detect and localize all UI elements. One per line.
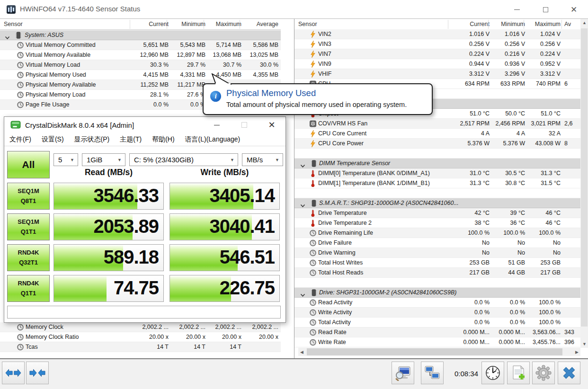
sensor-row[interactable]: Virtual Memory Available12,960 MB12,897 … [0, 50, 281, 60]
horizontal-scrollbar[interactable]: ◀ ▶ [298, 348, 580, 356]
minimize-button[interactable] [508, 4, 526, 15]
remote-sensors-button[interactable] [421, 362, 444, 384]
sensor-row[interactable]: CPU Core Power5.376 W5.376 W43.008 W8 [294, 139, 580, 149]
column-header-average-partial[interactable]: Average [564, 21, 571, 27]
cdm-maximize-button[interactable] [236, 120, 252, 130]
vertical-scroll-thumb[interactable] [581, 28, 588, 327]
column-header-maximum[interactable]: Maximum [526, 21, 561, 27]
sensor-row[interactable]: Drive FailureNoNoNo [294, 238, 580, 248]
chevron-expand-icon[interactable] [300, 291, 305, 294]
sensor-row[interactable]: Total Host Writes253 GB51 GB253 GB [294, 258, 580, 268]
sensor-row[interactable]: Memory Clock2,002.2 ...2,002.2 ...2,002.… [0, 322, 281, 332]
column-header-average[interactable]: Average [242, 21, 278, 27]
sensor-row[interactable]: Memory Clock Ratio20.00 x20.00 x20.00 x2… [0, 332, 281, 342]
sensor-label: DIMM[0] Temperature (BANK 0/DIMM_A1) [318, 170, 430, 177]
expand-columns-button[interactable] [2, 362, 25, 384]
column-header-sensor[interactable]: Sensor [4, 21, 23, 27]
settings-button[interactable] [532, 362, 555, 384]
sensor-row[interactable]: Write Rate0.000 M...0.000 M...3,455.76..… [294, 337, 580, 347]
sensor-row[interactable]: DIMM[1] Temperature (BANK 1/DIMM_B1)31.3… [294, 178, 580, 188]
sensor-row[interactable]: Read Activity0.0 %0.0 %100.0 % [294, 298, 580, 308]
sensor-row[interactable]: Virtual Memory Load30.3 %29.7 %30.7 %30.… [0, 60, 281, 70]
cdm-test-size-select[interactable]: 1GiB▼ [82, 153, 125, 166]
tooltip-description: Total amount of physical memory used in … [226, 101, 407, 108]
sensor-row[interactable]: Virtual Memory Committed5,651 MB5,543 MB… [0, 40, 281, 50]
cdm-test-button-seq1m-q8t1[interactable]: SEQ1MQ8T1 [7, 183, 50, 210]
sensor-row[interactable]: Drive WarningNoNoNo [294, 248, 580, 258]
collapse-columns-button[interactable] [26, 362, 49, 384]
sensor-group-row[interactable]: Drive: SHGP31-1000GM-2 (AS0CN42841060CS9… [294, 288, 580, 298]
sensor-row[interactable]: DIMM[0] Temperature (BANK 0/DIMM_A1)31.0… [294, 168, 580, 178]
cdm-menu-item[interactable]: 帮助(H) [147, 134, 179, 146]
bolt-icon [310, 31, 316, 38]
sensor-row[interactable]: VHIF3.312 V3.296 V3.312 V [294, 69, 580, 79]
scroll-up-icon[interactable]: ▲ [582, 20, 587, 25]
cdm-minimize-button[interactable] [209, 120, 225, 130]
gear-icon [535, 365, 552, 381]
report-button[interactable] [507, 362, 530, 384]
column-header-sensor[interactable]: Sensor [298, 21, 317, 27]
sensor-row[interactable]: Physical Memory Used4,415 MB4,331 MB4,45… [0, 70, 281, 80]
sensor-value-current: 217 GB [451, 269, 490, 276]
sensor-row[interactable]: VIN30.256 V0.256 V0.256 V [294, 39, 580, 49]
chevron-expand-icon[interactable] [300, 201, 305, 205]
sensor-group-row[interactable]: DIMM Temperature Sensor [294, 159, 580, 168]
close-sensors-button[interactable] [558, 362, 580, 384]
chevron-expand-icon[interactable] [5, 33, 10, 37]
sensor-row[interactable]: VIN90.944 V0.936 V0.952 V [294, 59, 580, 69]
scroll-right-icon[interactable]: ▶ [575, 350, 579, 354]
column-header-minimum[interactable]: Minimum [169, 21, 205, 27]
sensor-spacer-row [294, 278, 580, 288]
cdm-close-button[interactable]: ✕ [264, 120, 280, 130]
gauge-icon [310, 230, 316, 237]
sensor-row[interactable]: Write Activity0.0 %0.0 %100.0 % [294, 308, 580, 318]
cdm-test-button-rnd4k-q32t1[interactable]: RND4KQ32T1 [7, 244, 50, 271]
scroll-left-icon[interactable]: ◀ [300, 350, 303, 354]
sensor-row[interactable]: Total Host Reads217 GB44 GB217 GB [294, 268, 580, 278]
cdm-menu-item[interactable]: 设置(S) [36, 134, 69, 146]
sensor-row[interactable]: Drive Remaining Life100.0 %100.0 %100.0 … [294, 228, 580, 238]
sensor-row[interactable]: VIN70.224 V0.216 V0.224 V [294, 49, 580, 59]
cdm-menu-item[interactable]: 文件(F) [4, 134, 36, 146]
cdm-target-drive-select[interactable]: C: 5% (23/430GiB)▼ [129, 153, 238, 166]
column-header-current[interactable]: Current [133, 21, 169, 27]
sensor-label: CPU Core Power [318, 140, 364, 147]
sensor-row[interactable]: Drive Temperature42 °C39 °C46 °C [294, 208, 580, 218]
left-column-header: SensorCurrentMinimumMaximumAverage [0, 19, 281, 30]
crystaldiskmark-app-icon [10, 120, 21, 129]
column-header-minimum[interactable]: Minimum [491, 21, 525, 27]
cdm-status-bar [7, 306, 281, 318]
cdm-unit-select[interactable]: MB/s▼ [242, 153, 283, 166]
cdm-test-count-select[interactable]: 5▼ [53, 153, 78, 166]
chevron-expand-icon[interactable] [300, 161, 305, 165]
gauge-icon [310, 259, 316, 266]
column-header-current[interactable]: Current [451, 21, 490, 27]
sensor-value-current: 12,960 MB [133, 52, 169, 58]
system-summary-button[interactable] [392, 362, 414, 384]
sensor-value-average-partial: 6 [564, 80, 579, 87]
cdm-all-button[interactable]: All [7, 151, 50, 178]
clock-button[interactable] [481, 362, 504, 384]
sensor-row[interactable]: Read Rate0.000 M...0.000 M...3,563.06...… [294, 327, 580, 337]
sensor-value-current: 0.256 V [451, 41, 490, 47]
cdm-menu-item[interactable]: 显示状态(P) [69, 134, 115, 146]
column-header-maximum[interactable]: Maximum [206, 21, 241, 27]
sensor-row[interactable]: Tcas14 T14 T14 T [0, 342, 281, 352]
cdm-menu-item[interactable]: 主题(T) [115, 134, 147, 146]
sensor-row[interactable]: CPU Core Current4 A4 A32 A [294, 129, 580, 139]
horizontal-scroll-thumb[interactable] [307, 348, 562, 355]
maximize-button[interactable] [536, 4, 555, 15]
sensor-row[interactable]: Drive Temperature 238 °C36 °C46 °C [294, 218, 580, 228]
sensor-row[interactable]: VIN21.016 V1.016 V1.024 V [294, 29, 580, 39]
cdm-menu-item[interactable]: 语言(L)(Language) [180, 134, 246, 146]
cdm-test-button-rnd4k-q1t1[interactable]: RND4KQ1T1 [7, 275, 50, 302]
scroll-down-icon[interactable]: ▼ [582, 342, 587, 346]
sensor-row[interactable]: COV/VRM HS Fan2,517 RPM2,456 RPM3,021 RP… [294, 119, 580, 129]
cdm-write-value: 546.51 [220, 247, 275, 268]
sensor-group-row[interactable]: System: ASUS [0, 30, 281, 40]
sensor-group-row[interactable]: S.M.A.R.T.: SHGP31-1000GM-2 (AS0CN428410… [294, 198, 580, 208]
vertical-scrollbar[interactable]: ▲ ▼ [580, 19, 588, 348]
sensor-row[interactable]: Total Activity0.0 %0.0 %100.0 % [294, 318, 580, 327]
close-button[interactable]: ✕ [564, 4, 583, 15]
cdm-test-button-seq1m-q1t1[interactable]: SEQ1MQ1T1 [7, 213, 50, 240]
